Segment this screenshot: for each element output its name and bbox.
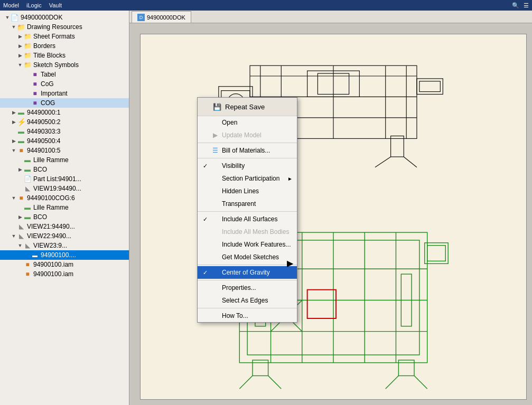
toggle-sketch-symbols[interactable]: ▼ (17, 62, 23, 68)
bom-icon: ☰ (210, 146, 220, 155)
cog-label: CoG (41, 80, 54, 88)
svg-line-43 (386, 376, 399, 389)
94900100-iam2-label: 94900100.iam (33, 270, 73, 278)
tree-item-bco-2[interactable]: ▶ ▬ BCO (0, 212, 129, 222)
tree-item-drawing-resources[interactable]: ▼ 📁 Drawing Resources (0, 22, 129, 32)
how-to-label: How To... (222, 312, 293, 319)
folder-icon-title: 📁 (23, 51, 32, 60)
bom-label: Bill of Materials... (222, 147, 293, 154)
menu-item-how-to[interactable]: How To... (198, 309, 297, 322)
menu-vault[interactable]: Vault (49, 2, 62, 8)
lille-ramme-1-label: Lille Ramme (33, 156, 69, 164)
svg-line-41 (239, 376, 253, 389)
separator-5 (198, 280, 297, 280)
visibility-label: Visibility (222, 162, 293, 169)
cog-icon (210, 268, 220, 277)
94900100-iam-label: 94900100.iam (33, 261, 73, 268)
drawing-tab-bar: D 94900000DOK (129, 11, 532, 23)
tree-root[interactable]: ▼ 📄 94900000DOK (0, 13, 129, 22)
toggle-94490500-4[interactable]: ▶ (11, 138, 17, 144)
part-icon-bco1: ▬ (23, 165, 32, 174)
tree-item-94490500-4[interactable]: ▶ ▬ 94490500:4 (0, 136, 129, 146)
menu-item-hidden-lines[interactable]: Hidden Lines (198, 185, 297, 197)
search-icon[interactable]: 🔍 (512, 2, 519, 9)
toggle-sheet-formats[interactable]: ▶ (17, 33, 23, 40)
tree-item-view23[interactable]: ▼ ◣ VIEW23:9... (0, 241, 129, 250)
partlist-label: Part List:94901... (33, 175, 81, 183)
tree-item-94490100-5[interactable]: ▼ ■ 94490100:5 (0, 146, 129, 155)
menu-item-include-mesh[interactable]: Include All Mesh Bodies (198, 225, 297, 238)
sketch-icon-COG: ■ (31, 99, 39, 107)
menu-model[interactable]: Model (3, 2, 19, 8)
props-icon (210, 283, 220, 293)
tree-item-tabel[interactable]: ■ Tabel (0, 70, 129, 79)
tabel-label: Tabel (41, 71, 56, 78)
toggle-bco-2[interactable]: ▶ (17, 214, 23, 220)
menu-section-top: 💾 Repeat Save (198, 98, 297, 116)
tree-item-title-blocks[interactable]: ▶ 📁 Title Blocks (0, 51, 129, 60)
toggle-94490100cog[interactable]: ▼ (11, 195, 17, 201)
menu-item-visibility[interactable]: ✓ Visibility (198, 159, 297, 172)
toggle-94490500-2[interactable]: ▶ (11, 119, 17, 125)
mesh-icon (210, 227, 220, 237)
tree-item-94490000[interactable]: ▶ ▬ 94490000:1 (0, 108, 129, 117)
toggle-borders[interactable]: ▶ (17, 43, 23, 49)
menu-icon[interactable]: ☰ (524, 2, 529, 9)
folder-icon-borders: 📁 (23, 42, 32, 50)
drawing-resources-label: Drawing Resources (27, 23, 82, 31)
toggle-drawing-resources[interactable]: ▼ (11, 24, 17, 30)
tree-item-cog[interactable]: ■ CoG (0, 79, 129, 89)
menu-item-properties[interactable]: Properties... (198, 281, 297, 294)
menu-ilogic[interactable]: iLogic (26, 2, 42, 8)
tree-item-lille-ramme-1[interactable]: ▬ Lille Ramme (0, 155, 129, 165)
svg-line-20 (404, 157, 417, 167)
tree-item-important[interactable]: ■ Important (0, 89, 129, 98)
tree-item-94490100cog-6[interactable]: ▼ ■ 94490100COG:6 (0, 193, 129, 203)
part-icon-bco2: ▬ (23, 213, 32, 221)
menu-item-transparent[interactable]: Transparent (198, 197, 297, 210)
separator-2 (198, 158, 297, 158)
context-menu: 💾 Repeat Save Open ▶ Update Model (197, 97, 297, 323)
toggle-94490100-5[interactable]: ▼ (11, 147, 17, 154)
tree-item-COG[interactable]: ■ COG (0, 98, 129, 108)
menu-item-open[interactable]: Open (198, 116, 297, 129)
toggle-94490000[interactable]: ▶ (11, 109, 17, 116)
view22-label: VIEW22:9490... (27, 232, 71, 240)
sketch-icon-cog: ■ (31, 80, 39, 88)
tab-title: 94900000DOK (147, 14, 185, 21)
menu-item-select-as-edges[interactable]: Select As Edges (198, 294, 297, 307)
menu-item-include-all-surfaces[interactable]: ✓ Include All Surfaces (198, 213, 297, 225)
sketch-icon-important: ■ (31, 89, 39, 98)
tree-item-sheet-formats[interactable]: ▶ 📁 Sheet Formats (0, 32, 129, 41)
menu-item-get-model-sketches[interactable]: Get Model Sketches (198, 251, 297, 263)
toggle-bco-1[interactable]: ▶ (17, 166, 23, 173)
tree-item-lille-ramme-2[interactable]: ▬ Lille Ramme (0, 203, 129, 212)
tree-item-94490303[interactable]: ▬ 94490303:3 (0, 127, 129, 136)
menu-item-center-of-gravity[interactable]: ✓ Center of Gravity (198, 266, 297, 279)
tree-item-view22[interactable]: ▼ ◣ VIEW22:9490... (0, 231, 129, 241)
separator-6 (198, 308, 297, 308)
bolt-icon: ⚡ (17, 118, 25, 126)
94490500-4-label: 94490500:4 (27, 137, 60, 145)
view21-label: VIEW21:94490... (27, 223, 75, 230)
tree-item-borders[interactable]: ▶ 📁 Borders (0, 41, 129, 51)
tree-item-94490500-2[interactable]: ▶ ⚡ 94490500:2 (0, 117, 129, 127)
tree-item-view21[interactable]: ◣ VIEW21:94490... (0, 222, 129, 231)
toggle-view23[interactable]: ▼ (17, 242, 23, 249)
tree-toggle-root[interactable]: ▼ (4, 14, 11, 21)
menu-item-repeat-save[interactable]: 💾 Repeat Save (198, 99, 297, 115)
drawing-tab[interactable]: D 94900000DOK (132, 11, 191, 23)
tree-item-94900100-sel[interactable]: ▬ 94900100.... (0, 250, 129, 260)
menu-item-section-participation[interactable]: Section Participation ► (198, 172, 297, 185)
menu-item-update-model[interactable]: ▶ Update Model (198, 129, 297, 142)
menu-item-include-work-features[interactable]: Include Work Features... (198, 238, 297, 251)
menu-item-bill-of-materials[interactable]: ☰ Bill of Materials... (198, 144, 297, 157)
toggle-view22[interactable]: ▼ (11, 233, 17, 239)
tree-item-partlist[interactable]: 📄 Part List:94901... (0, 174, 129, 184)
tree-item-view19[interactable]: ◣ VIEW19:94490... (0, 184, 129, 193)
toggle-title-blocks[interactable]: ▶ (17, 52, 23, 59)
tree-item-sketch-symbols[interactable]: ▼ 📁 Sketch Symbols (0, 60, 129, 70)
tree-item-bco-1[interactable]: ▶ ▬ BCO (0, 165, 129, 174)
tree-item-94900100-iam[interactable]: ■ 94900100.iam (0, 260, 129, 269)
tree-item-94900100-iam2[interactable]: ■ 94900100.iam (0, 269, 129, 279)
